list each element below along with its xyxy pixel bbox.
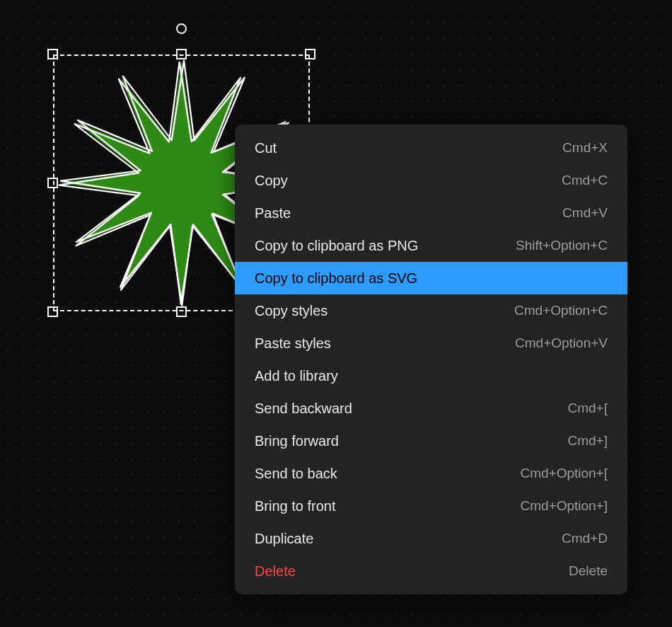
menu-item-label: Send to back bbox=[255, 466, 337, 482]
menu-item-shortcut: Cmd+Option+C bbox=[514, 303, 608, 318]
resize-handle-top-middle[interactable] bbox=[176, 49, 187, 59]
menu-item-label: Send backward bbox=[255, 401, 352, 417]
resize-handle-bottom-left[interactable] bbox=[47, 306, 58, 317]
menu-item-label: Add to library bbox=[255, 368, 338, 384]
resize-handle-middle-left[interactable] bbox=[47, 178, 58, 188]
menu-item-paste[interactable]: PasteCmd+V bbox=[235, 197, 627, 229]
menu-item-bring-forward[interactable]: Bring forwardCmd+] bbox=[235, 425, 627, 457]
menu-item-copy-svg[interactable]: Copy to clipboard as SVG bbox=[235, 262, 627, 294]
resize-handle-top-right[interactable] bbox=[305, 49, 315, 59]
menu-item-shortcut: Cmd+Option+[ bbox=[520, 466, 608, 481]
menu-item-label: Copy to clipboard as PNG bbox=[255, 238, 418, 254]
menu-item-label: Copy to clipboard as SVG bbox=[255, 270, 417, 287]
resize-handle-top-left[interactable] bbox=[47, 49, 58, 59]
menu-item-shortcut: Cmd+Option+V bbox=[515, 335, 608, 351]
menu-item-shortcut: Cmd+V bbox=[562, 205, 608, 221]
menu-item-copy-styles[interactable]: Copy stylesCmd+Option+C bbox=[235, 294, 627, 327]
menu-item-library-add[interactable]: Add to library bbox=[235, 359, 627, 392]
menu-item-shortcut: Cmd+[ bbox=[568, 401, 608, 416]
menu-item-copy[interactable]: CopyCmd+C bbox=[235, 164, 627, 197]
menu-item-copy-png[interactable]: Copy to clipboard as PNGShift+Option+C bbox=[235, 229, 627, 262]
resize-handle-bottom-middle[interactable] bbox=[176, 306, 187, 317]
menu-item-label: Copy styles bbox=[255, 303, 328, 319]
menu-item-delete[interactable]: DeleteDelete bbox=[235, 555, 627, 587]
menu-item-label: Paste bbox=[255, 205, 291, 222]
menu-item-shortcut: Shift+Option+C bbox=[516, 238, 608, 253]
menu-item-label: Duplicate bbox=[255, 531, 313, 547]
menu-item-shortcut: Cmd+X bbox=[562, 140, 608, 156]
menu-item-paste-styles[interactable]: Paste stylesCmd+Option+V bbox=[235, 327, 627, 359]
menu-item-duplicate[interactable]: DuplicateCmd+D bbox=[235, 522, 627, 555]
menu-item-label: Paste styles bbox=[255, 335, 331, 352]
menu-item-label: Delete bbox=[255, 563, 296, 580]
menu-item-shortcut: Cmd+] bbox=[568, 433, 608, 449]
rotation-handle[interactable] bbox=[176, 23, 187, 34]
menu-item-shortcut: Delete bbox=[569, 563, 608, 579]
menu-item-cut[interactable]: CutCmd+X bbox=[235, 132, 627, 164]
context-menu[interactable]: CutCmd+XCopyCmd+CPasteCmd+VCopy to clipb… bbox=[235, 125, 627, 594]
menu-item-shortcut: Cmd+D bbox=[562, 531, 608, 546]
menu-item-label: Bring forward bbox=[255, 433, 339, 449]
menu-item-label: Cut bbox=[255, 140, 277, 156]
menu-item-label: Copy bbox=[255, 173, 288, 189]
menu-item-shortcut: Cmd+C bbox=[562, 173, 608, 188]
menu-item-shortcut: Cmd+Option+] bbox=[520, 498, 608, 514]
menu-item-send-to-back[interactable]: Send to backCmd+Option+[ bbox=[235, 457, 627, 490]
menu-item-bring-to-front[interactable]: Bring to frontCmd+Option+] bbox=[235, 490, 627, 522]
menu-item-send-backward[interactable]: Send backwardCmd+[ bbox=[235, 392, 627, 425]
menu-item-label: Bring to front bbox=[255, 498, 336, 514]
